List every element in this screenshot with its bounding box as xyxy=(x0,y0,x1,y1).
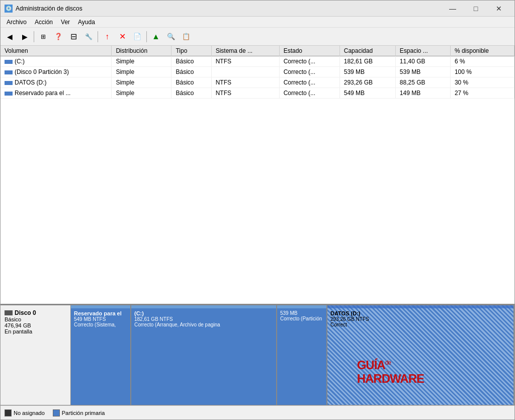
cell-type-0: Básico xyxy=(171,56,211,67)
view-button-1[interactable]: ⊞ xyxy=(36,30,50,44)
partition-reservado-size: 549 MB NTFS xyxy=(74,316,127,322)
cell-status-2: Correcto (... xyxy=(279,77,339,88)
up-button[interactable]: ↑ xyxy=(100,30,114,44)
cell-free-2: 88,25 GB xyxy=(395,77,450,88)
table-row[interactable]: DATOS (D:) Simple Básico NTFS Correcto (… xyxy=(1,77,514,88)
cell-free-0: 11,40 GB xyxy=(395,56,450,67)
cell-status-3: Correcto (... xyxy=(279,88,339,99)
legend-blue-box xyxy=(53,409,60,416)
menu-accion[interactable]: Acción xyxy=(31,18,57,27)
partition-reservado[interactable]: Reservado para el 549 MB NTFS Correcto (… xyxy=(71,305,131,405)
cell-pct-2: 30 % xyxy=(450,77,514,88)
partition-datos[interactable]: DATOS (D:) 293,26 GB NTFS Correct xyxy=(327,305,514,405)
disk-title: Disco 0 xyxy=(5,309,66,316)
legend-unassigned: No asignado xyxy=(5,409,45,416)
disk-status: En pantalla xyxy=(5,328,66,334)
main-content: Volumen Distribución Tipo Sistema de ...… xyxy=(1,46,514,419)
watermark: GUÍAde HARDWARE xyxy=(357,359,424,385)
window-controls: — □ ✕ xyxy=(441,1,510,17)
maximize-button[interactable]: □ xyxy=(464,1,487,17)
partition-c-size: 182,61 GB NTFS xyxy=(134,316,273,322)
cell-fs-2: NTFS xyxy=(211,77,279,88)
col-volumen: Volumen xyxy=(1,46,112,56)
watermark-line2: HARDWARE xyxy=(357,372,424,385)
partition-datos-title: DATOS (D:) xyxy=(330,310,510,316)
menu-archivo[interactable]: Archivo xyxy=(3,18,31,27)
table-row[interactable]: (C:) Simple Básico NTFS Correcto (... 18… xyxy=(1,56,514,67)
cell-type-3: Básico xyxy=(171,88,211,99)
col-capacidad: Capacidad xyxy=(339,46,395,56)
partition-datos-status: Correct xyxy=(330,322,510,327)
expand-button[interactable]: ▲ xyxy=(149,30,163,44)
col-estado: Estado xyxy=(279,46,339,56)
disk-panel: Disco 0 Básico 476,94 GB En pantalla Res… xyxy=(1,305,514,405)
search-button[interactable]: 🔍 xyxy=(164,30,178,44)
title-bar: 💿 Administración de discos — □ ✕ xyxy=(1,1,514,17)
help-button[interactable]: ❓ xyxy=(51,30,65,44)
disk-size: 476,94 GB xyxy=(5,322,66,328)
legend: No asignado Partición primaria xyxy=(1,405,514,419)
cell-volume-2: DATOS (D:) xyxy=(1,77,112,88)
partition-datos-size: 293,26 GB NTFS xyxy=(330,316,510,322)
cell-dist-2: Simple xyxy=(112,77,171,88)
toolbar-separator-2 xyxy=(98,31,98,42)
cell-cap-3: 549 MB xyxy=(339,88,395,99)
col-sistema: Sistema de ... xyxy=(211,46,279,56)
cell-dist-1: Simple xyxy=(112,67,171,77)
col-disponible: % disponible xyxy=(450,46,514,56)
table-body: (C:) Simple Básico NTFS Correcto (... 18… xyxy=(1,56,514,99)
forward-button[interactable]: ▶ xyxy=(18,30,32,44)
doc-button[interactable]: 📄 xyxy=(130,30,144,44)
app-icon: 💿 xyxy=(5,5,13,13)
cell-status-1: Correcto (... xyxy=(279,67,339,77)
partition-539mb[interactable]: 539 MB Correcto (Partición xyxy=(277,305,327,405)
col-tipo: Tipo xyxy=(171,46,211,56)
table-header-row: Volumen Distribución Tipo Sistema de ...… xyxy=(1,46,514,56)
cell-cap-1: 539 MB xyxy=(339,67,395,77)
cell-pct-3: 27 % xyxy=(450,88,514,99)
cell-free-3: 149 MB xyxy=(395,88,450,99)
partition-c[interactable]: (C:) 182,61 GB NTFS Correcto (Arranque, … xyxy=(131,305,277,405)
back-button[interactable]: ◀ xyxy=(3,30,17,44)
delete-button[interactable]: ✕ xyxy=(115,30,129,44)
watermark-line1: GUÍAde xyxy=(357,359,424,372)
cell-pct-1: 100 % xyxy=(450,67,514,77)
disk-label: Disco 0 Básico 476,94 GB En pantalla xyxy=(1,305,71,405)
cell-free-1: 539 MB xyxy=(395,67,450,77)
main-window: 💿 Administración de discos — □ ✕ Archivo… xyxy=(0,0,515,420)
legend-unassigned-label: No asignado xyxy=(14,410,45,416)
partition-reservado-title: Reservado para el xyxy=(74,310,127,316)
cell-dist-3: Simple xyxy=(112,88,171,99)
menu-ver[interactable]: Ver xyxy=(57,18,74,27)
disk-type: Básico xyxy=(5,316,66,322)
disk-name: Disco 0 xyxy=(15,309,36,316)
cell-cap-0: 182,61 GB xyxy=(339,56,395,67)
cell-pct-0: 6 % xyxy=(450,56,514,67)
cell-volume-1: (Disco 0 Partición 3) xyxy=(1,67,112,77)
close-button[interactable]: ✕ xyxy=(487,1,510,17)
disk-row-0: Disco 0 Básico 476,94 GB En pantalla Res… xyxy=(1,305,514,405)
partition-539mb-size: 539 MB xyxy=(280,310,323,316)
cell-fs-3: NTFS xyxy=(211,88,279,99)
view-button-2[interactable]: ⊟ xyxy=(66,30,80,44)
toolbar: ◀ ▶ ⊞ ❓ ⊟ 🔧 ↑ ✕ 📄 ▲ 🔍 📋 xyxy=(1,28,514,46)
toolbar-separator-1 xyxy=(34,31,34,42)
legend-primary-label: Partición primaria xyxy=(62,410,105,416)
properties-button[interactable]: 🔧 xyxy=(81,30,96,44)
cell-type-1: Básico xyxy=(171,67,211,77)
minimize-button[interactable]: — xyxy=(441,1,464,17)
cell-type-2: Básico xyxy=(171,77,211,88)
cell-status-0: Correcto (... xyxy=(279,56,339,67)
disk-partitions: Reservado para el 549 MB NTFS Correcto (… xyxy=(71,305,514,405)
volume-table: Volumen Distribución Tipo Sistema de ...… xyxy=(1,46,514,99)
table-row[interactable]: (Disco 0 Partición 3) Simple Básico Corr… xyxy=(1,67,514,77)
table-row[interactable]: Reservado para el ... Simple Básico NTFS… xyxy=(1,88,514,99)
legend-black-box xyxy=(5,409,12,416)
col-distribucion: Distribución xyxy=(112,46,171,56)
cell-cap-2: 293,26 GB xyxy=(339,77,395,88)
partition-539mb-status: Correcto (Partición xyxy=(280,316,323,321)
menu-bar: Archivo Acción Ver Ayuda xyxy=(1,17,514,28)
volume-table-container: Volumen Distribución Tipo Sistema de ...… xyxy=(1,46,514,305)
menu-ayuda[interactable]: Ayuda xyxy=(74,18,99,27)
clipboard-button[interactable]: 📋 xyxy=(179,30,193,44)
